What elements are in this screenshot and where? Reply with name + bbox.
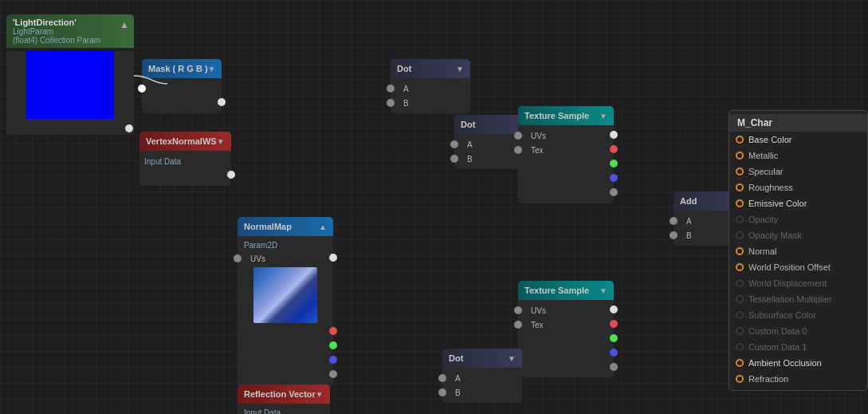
mchar-world-position-offset[interactable]: World Position Offset: [729, 259, 867, 275]
dot1-header: Dot ▼: [391, 59, 470, 78]
mchar-tessellation-label: Tessellation Multiplier: [748, 294, 832, 304]
mchar-metallic[interactable]: Metallic: [729, 148, 867, 164]
mchar-refraction[interactable]: Refraction: [729, 371, 867, 387]
texture-sample1-out2-pin: [610, 145, 618, 153]
mchar-items-list: Base Color Metallic Specular Roughness E…: [729, 132, 867, 387]
mchar-refraction-pin: [736, 375, 744, 383]
dot2-b-pin: [450, 155, 458, 163]
vertex-normal-output-row: [139, 168, 231, 183]
mchar-specular-pin: [736, 168, 744, 175]
light-direction-title: 'LightDirection': [13, 18, 128, 27]
mchar-custom-data-0[interactable]: Custom Data 0: [729, 323, 867, 339]
texture-sample1-body: UVs Tex: [518, 125, 614, 203]
mchar-world-displacement-pin: [736, 279, 744, 287]
texture-sample2-node: Texture Sample ▼ UVs Tex: [518, 281, 614, 378]
texture-sample2-body: UVs Tex: [518, 300, 614, 378]
mchar-custom-data-0-label: Custom Data 0: [748, 326, 807, 336]
dot3-header: Dot ▼: [442, 349, 522, 368]
mchar-world-displacement[interactable]: World Displacement: [729, 275, 867, 291]
normal-map-uvs-label: UVs: [250, 254, 265, 263]
normal-map-out-blue-row: [238, 353, 333, 368]
vertex-normal-expand[interactable]: ▼: [217, 137, 225, 146]
texture-sample2-uvs-label: UVs: [531, 306, 546, 315]
mchar-base-color[interactable]: Base Color: [729, 132, 867, 148]
dot3-b-pin: [438, 388, 446, 396]
texture-sample1-node: Texture Sample ▼ UVs Tex: [518, 106, 614, 203]
texture-sample1-out3-pin: [610, 160, 618, 168]
vertex-normal-body: Input Data: [139, 151, 231, 186]
dot1-node: Dot ▼ A B: [391, 59, 470, 113]
mchar-subsurface-color-pin: [736, 311, 744, 319]
mchar-normal-pin: [736, 247, 744, 255]
mchar-subsurface-color[interactable]: Subsurface Color: [729, 307, 867, 323]
vertex-normal-output-pin: [227, 171, 235, 179]
texture-sample2-header: Texture Sample ▼: [518, 281, 614, 300]
mask-input-row: [142, 81, 222, 96]
mchar-specular[interactable]: Specular: [729, 164, 867, 179]
mchar-ambient-occlusion-pin: [736, 359, 744, 367]
mchar-opacity-label: Opacity: [748, 215, 778, 224]
dot1-title: Dot: [397, 64, 411, 73]
mchar-normal[interactable]: Normal: [729, 243, 867, 259]
dot3-expand[interactable]: ▼: [508, 354, 516, 363]
texture-sample1-tex-row: Tex: [518, 143, 614, 157]
add-b-pin: [670, 231, 678, 239]
dot3-b-row: B: [442, 385, 522, 400]
mchar-roughness-label: Roughness: [748, 183, 793, 192]
normal-map-subtitle: Param2D: [238, 239, 333, 251]
mchar-opacity-pin: [736, 215, 744, 223]
texture-sample1-title: Texture Sample: [524, 111, 589, 120]
texture-sample2-out4-row: [518, 346, 614, 361]
texture-sample2-expand[interactable]: ▼: [599, 286, 607, 295]
reflection-vector-body: Input Data: [238, 404, 330, 414]
reflection-vector-expand[interactable]: ▼: [316, 390, 324, 399]
texture-sample2-uvs-pin: [514, 306, 522, 314]
expand-icon[interactable]: ▲: [120, 19, 129, 30]
mchar-ambient-occlusion[interactable]: Ambient Occlusion: [729, 355, 867, 371]
reflection-vector-node: Reflection Vector ▼ Input Data: [238, 384, 330, 414]
normal-map-expand[interactable]: ▲: [319, 223, 327, 231]
dot3-title: Dot: [449, 353, 463, 363]
mchar-roughness[interactable]: Roughness: [729, 179, 867, 195]
vertex-normal-node: VertexNormalWS ▼ Input Data: [139, 132, 231, 186]
dot1-b-label: B: [403, 99, 409, 108]
mchar-opacity-mask[interactable]: Opacity Mask: [729, 227, 867, 243]
texture-sample2-out4-pin: [610, 349, 618, 357]
mchar-base-color-pin: [736, 136, 744, 144]
dot1-a-row: A: [391, 81, 470, 96]
texture-sample2-out3-pin: [610, 334, 618, 342]
mask-output-row: [142, 96, 222, 110]
vertex-normal-title: VertexNormalWS: [146, 136, 217, 146]
mchar-metallic-pin: [736, 152, 744, 160]
mchar-emissive-color[interactable]: Emissive Color: [729, 195, 867, 211]
mchar-opacity-mask-pin: [736, 231, 744, 239]
dot1-expand[interactable]: ▼: [456, 65, 464, 73]
light-direction-subtitle2: (float4) Collection Param: [13, 36, 128, 45]
dot1-a-label: A: [403, 85, 409, 93]
dot3-body: A B: [442, 368, 522, 403]
normal-map-body: Param2D UVs: [238, 236, 333, 387]
normal-map-out-green-row: [238, 339, 333, 353]
mchar-opacity-mask-label: Opacity Mask: [748, 231, 802, 240]
normal-map-uvs-row: UVs: [238, 251, 333, 266]
mask-header: Mask ( R G B ) ▼: [142, 59, 222, 78]
texture-sample1-out5-row: [518, 186, 614, 200]
mchar-metallic-label: Metallic: [748, 151, 778, 160]
mask-title: Mask ( R G B ): [148, 64, 208, 73]
light-direction-header: 'LightDirection' LightParam (float4) Col…: [6, 14, 134, 48]
texture-sample2-out3-row: [518, 332, 614, 346]
texture-sample1-uvs-label: UVs: [531, 132, 546, 140]
dot2-a-label: A: [467, 140, 473, 149]
normal-map-title: NormalMap: [244, 222, 292, 231]
texture-sample1-out5-pin: [610, 188, 618, 196]
mchar-tessellation[interactable]: Tessellation Multiplier: [729, 291, 867, 307]
mchar-custom-data-0-pin: [736, 327, 744, 335]
texture-sample1-expand[interactable]: ▼: [599, 112, 607, 120]
add-a-label: A: [686, 217, 692, 226]
mchar-opacity[interactable]: Opacity: [729, 211, 867, 227]
normal-map-out-red-row: [238, 325, 333, 339]
mask-input-pin: [138, 85, 146, 93]
mask-expand[interactable]: ▼: [208, 65, 216, 73]
mchar-custom-data-1[interactable]: Custom Data 1: [729, 339, 867, 355]
dot3-b-label: B: [455, 388, 461, 397]
